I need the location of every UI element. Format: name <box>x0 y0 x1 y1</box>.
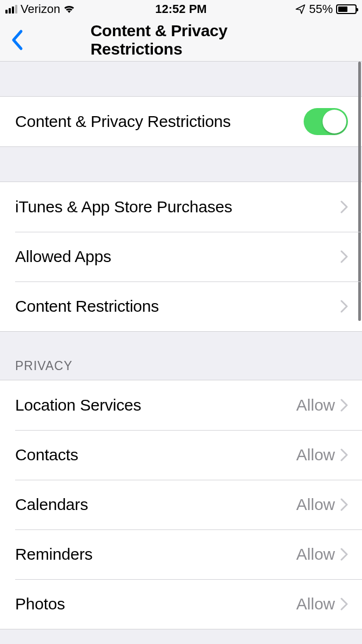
itunes-app-store-purchases-row[interactable]: iTunes & App Store Purchases <box>0 182 362 232</box>
page-title: Content & Privacy Restrictions <box>91 22 272 58</box>
carrier-label: Verizon <box>21 2 60 16</box>
contacts-row[interactable]: Contacts Allow <box>0 430 362 480</box>
allowed-apps-row[interactable]: Allowed Apps <box>0 232 362 281</box>
location-services-row[interactable]: Location Services Allow <box>0 380 362 430</box>
cell-value: Allow <box>296 495 335 514</box>
content-privacy-toggle-row[interactable]: Content & Privacy Restrictions <box>0 97 362 146</box>
cell-label: Calendars <box>15 495 88 514</box>
chevron-right-icon <box>340 598 348 611</box>
status-bar: Verizon 12:52 PM 55% <box>0 0 362 18</box>
cell-label: Content Restrictions <box>15 297 159 316</box>
chevron-left-icon <box>11 29 24 51</box>
chevron-right-icon <box>340 300 348 313</box>
cell-label: Photos <box>15 595 65 613</box>
cell-label: Location Services <box>15 396 141 414</box>
chevron-right-icon <box>340 399 348 412</box>
back-button[interactable] <box>4 26 31 53</box>
reminders-row[interactable]: Reminders Allow <box>0 529 362 579</box>
switch-knob <box>323 110 346 133</box>
chevron-right-icon <box>340 250 348 263</box>
cell-label: Contacts <box>15 446 78 464</box>
content-privacy-switch[interactable] <box>304 108 348 135</box>
chevron-right-icon <box>340 200 348 213</box>
chevron-right-icon <box>340 448 348 461</box>
cell-label: iTunes & App Store Purchases <box>15 198 232 216</box>
battery-icon <box>336 4 357 14</box>
chevron-right-icon <box>340 498 348 511</box>
cell-label: Reminders <box>15 545 92 564</box>
content-restrictions-row[interactable]: Content Restrictions <box>0 281 362 331</box>
chevron-right-icon <box>340 548 348 561</box>
cellular-signal-icon <box>5 5 17 14</box>
cell-value: Allow <box>296 595 335 613</box>
wifi-icon <box>63 5 75 14</box>
cell-value: Allow <box>296 446 335 464</box>
battery-percent: 55% <box>309 2 333 16</box>
toggle-label: Content & Privacy Restrictions <box>15 112 231 131</box>
privacy-section-header: PRIVACY <box>0 332 362 380</box>
status-time: 12:52 PM <box>155 2 206 16</box>
location-icon <box>295 4 306 15</box>
calendars-row[interactable]: Calendars Allow <box>0 480 362 529</box>
cell-value: Allow <box>296 396 335 414</box>
photos-row[interactable]: Photos Allow <box>0 579 362 629</box>
cell-label: Allowed Apps <box>15 247 111 266</box>
cell-value: Allow <box>296 545 335 564</box>
nav-bar: Content & Privacy Restrictions <box>0 18 362 62</box>
